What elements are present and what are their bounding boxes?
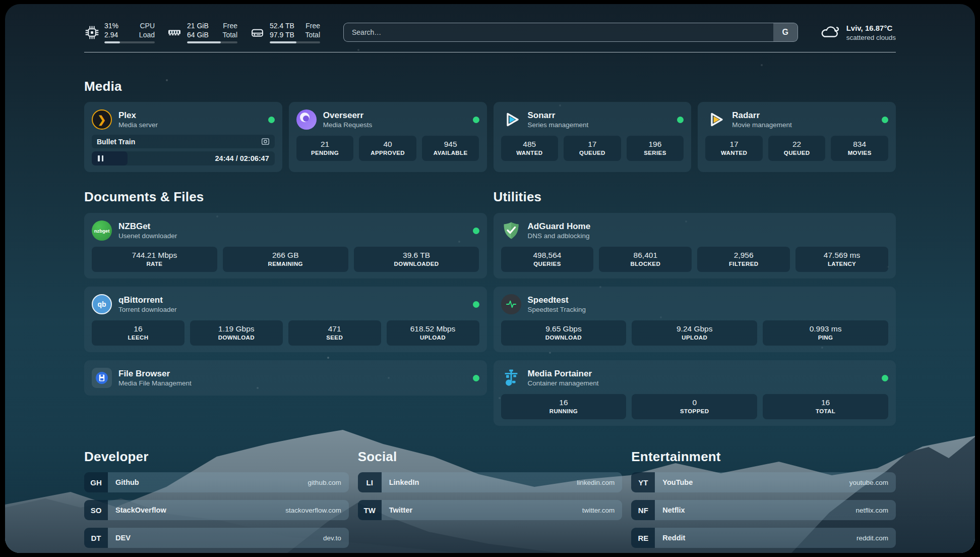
card-qbittorrent[interactable]: qb qBittorrent Torrent downloader 16 LEE…: [84, 287, 487, 352]
bookmark-reddit[interactable]: RE Reddit reddit.com: [631, 528, 896, 548]
card-speedtest[interactable]: Speedtest Speedtest Tracking 9.65 Gbps D…: [494, 287, 896, 352]
bookmark-name: StackOverflow: [115, 506, 166, 514]
bookmark-twitter[interactable]: TW Twitter twitter.com: [358, 500, 623, 520]
bookmark-url: github.com: [308, 479, 341, 486]
bookmark-abbr: LI: [358, 472, 382, 492]
weather-location-temp: Lviv, 16.87°C: [846, 23, 896, 33]
stat-value: 16: [94, 324, 182, 334]
bookmark-url: linkedin.com: [577, 479, 615, 486]
search-bar: G: [343, 23, 798, 42]
cpu-resource-widget: 31% CPU 2.94 Load: [84, 21, 155, 43]
bookmark-abbr: YT: [631, 472, 655, 492]
stat-stopped: 0 STOPPED: [632, 394, 757, 419]
nzbget-header: nzbget NZBGet Usenet downloader: [92, 219, 479, 242]
bookmark-group-developer: Developer GH Github github.com SO StackO…: [84, 449, 349, 548]
documents-column: Documents & Files nzbget NZBGet Usenet d…: [84, 172, 487, 426]
card-filebrowser[interactable]: File Browser Media File Management: [84, 360, 487, 396]
stat-queued: 22 QUEUED: [768, 136, 826, 161]
stat-value: 9.24 Gbps: [634, 324, 755, 334]
disk-label-1: Free: [305, 21, 320, 30]
bookmark-youtube[interactable]: YT YouTube youtube.com: [631, 472, 896, 492]
weather-text: Lviv, 16.87°C scattered clouds: [846, 23, 896, 42]
stat-seed: 471 SEED: [288, 320, 381, 346]
card-plex[interactable]: ❯ Plex Media server Bullet Train: [84, 102, 282, 172]
app-subtitle: Usenet downloader: [118, 232, 177, 241]
resource-widgets: 31% CPU 2.94 Load: [84, 21, 320, 43]
memory-resource-widget: 21 GiB Free 64 GiB Total: [167, 21, 237, 43]
search-input[interactable]: [344, 23, 773, 41]
stat-label: UPLOAD: [634, 334, 755, 342]
stat-label: LATENCY: [798, 260, 886, 268]
disk-icon: [250, 26, 265, 39]
stat-filtered: 2,956 FILTERED: [697, 247, 790, 272]
overseerr-icon: [296, 109, 317, 130]
app-subtitle: Container management: [528, 379, 599, 388]
stat-value: 40: [361, 139, 414, 149]
app-subtitle: Media server: [118, 121, 158, 130]
app-subtitle: Movie management: [732, 121, 792, 130]
stat-value: 22: [770, 139, 824, 149]
stat-value: 498,564: [503, 250, 592, 260]
stat-value: 17: [566, 139, 619, 149]
card-radarr[interactable]: Radarr Movie management 17 WANTED 22 QUE…: [698, 102, 896, 172]
status-dot-online: [882, 375, 888, 381]
stat-value: 21: [298, 139, 352, 149]
bookmark-netflix[interactable]: NF Netflix netflix.com: [631, 500, 896, 520]
cpu-icon: [84, 26, 99, 39]
disk-label-2: Total: [305, 30, 320, 39]
stat-label: DOWNLOADED: [356, 260, 477, 268]
card-overseerr[interactable]: Overseerr Media Requests 21 PENDING 40 A…: [289, 102, 487, 172]
radarr-stats: 17 WANTED 22 QUEUED 834 MOVIES: [705, 136, 888, 161]
stat-value: 0.993 ms: [765, 324, 886, 334]
portainer-stats: 16 RUNNING 0 STOPPED 16 TOTAL: [501, 394, 889, 419]
app-subtitle: DNS and adblocking: [528, 232, 591, 241]
bookmark-abbr: NF: [631, 500, 655, 520]
stat-downloaded: 39.6 TB DOWNLOADED: [354, 247, 479, 272]
stat-value: 266 GB: [225, 250, 346, 260]
search-provider-button[interactable]: G: [773, 23, 798, 41]
card-sonarr[interactable]: Sonarr Series management 485 WANTED 17 Q…: [494, 102, 692, 172]
weather-condition: scattered clouds: [846, 33, 896, 42]
disk-free-value: 52.4 TB: [270, 21, 294, 30]
bookmark-dev[interactable]: DT DEV dev.to: [84, 528, 349, 548]
stat-queued: 17 QUEUED: [564, 136, 621, 161]
bookmark-url: stackoverflow.com: [285, 507, 341, 514]
bookmark-url: dev.to: [323, 534, 341, 542]
disk-resource-widget: 52.4 TB Free 97.9 TB Total: [250, 21, 320, 43]
memory-stats: 21 GiB Free 64 GiB Total: [187, 21, 237, 43]
stat-blocked: 86,401 BLOCKED: [599, 247, 692, 272]
bookmark-name: Reddit: [662, 534, 685, 542]
bookmark-github[interactable]: GH Github github.com: [84, 472, 349, 492]
disk-progress-track: [270, 41, 320, 43]
app-name: Sonarr: [528, 110, 589, 121]
bookmark-stackoverflow[interactable]: SO StackOverflow stackoverflow.com: [84, 500, 349, 520]
stat-upload: 9.24 Gbps UPLOAD: [632, 320, 757, 346]
adguard-header: AdGuard Home DNS and adblocking: [501, 219, 889, 242]
stat-label: STOPPED: [634, 408, 755, 415]
stat-value: 86,401: [601, 250, 690, 260]
card-nzbget[interactable]: nzbget NZBGet Usenet downloader 744.21 M…: [84, 213, 487, 278]
bookmark-name: YouTube: [662, 478, 693, 486]
bookmark-body: Netflix netflix.com: [655, 500, 896, 520]
plex-titles: Plex Media server: [118, 110, 158, 130]
overseerr-stats: 21 PENDING 40 APPROVED 945 AVAILABLE: [296, 136, 479, 161]
stat-value: 945: [424, 139, 477, 149]
portainer-icon: [501, 368, 521, 388]
stat-label: PING: [765, 334, 886, 342]
card-adguard[interactable]: AdGuard Home DNS and adblocking 498,564 …: [494, 213, 896, 278]
plex-progress-played: [92, 151, 128, 165]
adguard-icon: [501, 220, 521, 241]
card-portainer[interactable]: Media Portainer Container management 16 …: [494, 360, 896, 426]
stat-label: DOWNLOAD: [503, 334, 625, 342]
stat-value: 16: [765, 398, 886, 408]
sonarr-stats: 485 WANTED 17 QUEUED 196 SERIES: [501, 136, 684, 161]
qbittorrent-icon: qb: [92, 294, 112, 314]
bookmark-linkedin[interactable]: LI LinkedIn linkedin.com: [358, 472, 623, 492]
bookmark-url: twitter.com: [582, 507, 615, 514]
stat-latency: 47.569 ms LATENCY: [795, 247, 888, 272]
stat-label: QUEUED: [566, 149, 619, 157]
bookmark-name: DEV: [115, 534, 131, 542]
overseerr-header: Overseerr Media Requests: [296, 108, 479, 131]
cpu-percent: 31%: [104, 21, 118, 30]
stat-label: RATE: [94, 260, 215, 268]
